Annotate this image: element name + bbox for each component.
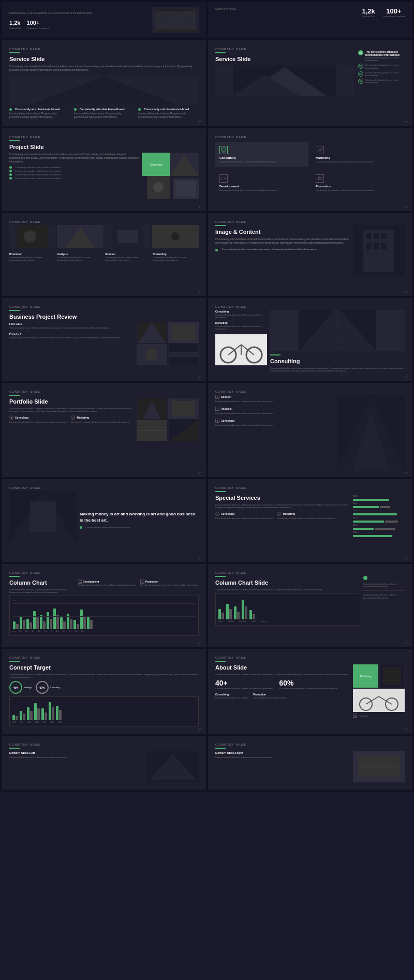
about-service-1: Consulting Consistently articulate best-… [215, 693, 249, 699]
port-text-1: Consistently articulate best-of-breed fu… [9, 421, 68, 423]
biz-img-3 [137, 344, 167, 365]
company-label-img: COMPANY NAME [215, 220, 405, 224]
dev-icon2 [78, 580, 82, 584]
about-green-box: Marketing [353, 664, 378, 688]
company-label-proj: COMPANY NAME [9, 136, 199, 139]
bar-2012c [27, 707, 33, 720]
service-item-4: 04 Consistently articulate best of breed… [358, 79, 405, 84]
project-slide-left: COMPANY NAME Project Slide Consistently … [2, 128, 206, 211]
concept-circle-1: 45% [9, 681, 22, 694]
service-item-1: 01 The consistently articulate functiona… [358, 50, 405, 62]
bullet-1: Consistently articulate best-of-breed fu… [9, 108, 70, 119]
green-bar-biz [9, 310, 20, 311]
service-item-3: 03 Consistently articulate best of breed… [358, 71, 405, 77]
biz-img-4 [168, 344, 199, 365]
images-label: IMAGES [9, 322, 135, 325]
solution-label: Solution [221, 395, 231, 398]
company-label-col2: COMPANY NAME [215, 571, 405, 574]
stat-label-1: Student Click [9, 27, 22, 29]
company-label-biz: COMPANY NAME [9, 305, 199, 308]
svg-rect-24 [117, 230, 138, 243]
svg-rect-32 [366, 243, 371, 249]
page-num-col2: 17 [405, 641, 408, 644]
highlight-dot [215, 249, 218, 251]
svg-rect-29 [366, 233, 371, 239]
about-stat-1: 40+ Consistently articulate best-of-bree… [215, 679, 274, 690]
company-label-serv: COMPANY NAME [215, 390, 405, 393]
column-chart-slide-left: COMPANY NAME Column Chart Consistently a… [2, 564, 206, 647]
svg-rect-34 [381, 243, 387, 249]
svg-rect-42 [169, 352, 198, 357]
about-label-1: Consistently articulate best-of-breed fu… [215, 687, 274, 690]
slide-description: Consistently articulate best-of-breed fu… [9, 65, 199, 72]
slide-title-cons: Consulting [270, 358, 405, 364]
green-bar-cons [270, 354, 280, 355]
bar-jan-green [13, 621, 16, 629]
stat-100: 100+ [383, 7, 405, 15]
svg-rect-31 [381, 233, 387, 239]
analysis-text: Consistently articulate best-of-breed fu… [215, 412, 335, 414]
photo-label-2: Analysis Consistently articulate best-of… [57, 253, 103, 261]
solution-icon [215, 395, 219, 399]
special-icon-1 [215, 512, 219, 516]
slide-title-biz: Business Project Review [9, 314, 199, 320]
col2-dot [363, 576, 367, 580]
about-service-2: Promotion Consistently articulate best-o… [253, 693, 287, 699]
about-promo-item: Promotion [353, 714, 405, 718]
concept-desc: Consistently articulate best-of-breed fu… [9, 673, 199, 678]
page-num-concept: 17 [199, 728, 202, 731]
consulting2-text: Consistently articulate best-of-breed fu… [215, 424, 335, 426]
special-services-slide: COMPANY NAME Special Services Consistent… [208, 479, 412, 562]
bar-jan [13, 621, 19, 629]
num-01: 01 [358, 50, 363, 55]
company-label-quote: COMPANY NAME [9, 486, 199, 489]
about-bike-img [353, 689, 405, 712]
svg-rect-70 [79, 581, 81, 582]
port-label-2: Marketing [77, 416, 89, 419]
serv-item-consulting: Consulting Consistently articulate best-… [215, 419, 335, 426]
bullet-desc-2: functionalities informations. Progressiv… [74, 112, 135, 119]
about-val-1: 40+ [215, 679, 274, 687]
bar-2015c [49, 702, 54, 720]
col-item-dev: Development Consistently articulate best… [78, 580, 136, 593]
bullet-dot-3 [138, 108, 141, 111]
bullet-2: Consistently articulate best-of-breed fu… [74, 108, 135, 119]
concept-circle-2: 60% [36, 681, 49, 694]
page-num-cons: 17 [405, 375, 408, 378]
company-label: COMPANY NAME [9, 48, 199, 51]
proj-img-3 [173, 179, 199, 199]
bar-branding [226, 604, 232, 619]
marketing-label: Marketing [316, 156, 401, 159]
consulting-icon [219, 146, 228, 154]
page-num-2: 17 [405, 121, 408, 124]
slide-title-img: Image & Content [215, 229, 350, 235]
green-bar-about [215, 661, 226, 662]
svg-point-52 [11, 417, 12, 419]
port-img-4 [168, 420, 199, 441]
top-quote-text: Making money is art and working is art a… [9, 11, 152, 15]
port-service-2: Marketing Consistently articulate best-o… [71, 415, 129, 423]
bar-jul [53, 608, 59, 629]
bar-aug [60, 617, 66, 629]
img-content-photo [353, 225, 405, 277]
consulting-slide: COMPANY NAME Consulting Consistently art… [208, 298, 412, 381]
green-bar-bot1 [9, 748, 20, 749]
proj-dot-1 [9, 166, 12, 169]
bar-2013c [34, 703, 40, 720]
green-bar-special [215, 491, 226, 492]
bar-media [242, 600, 247, 619]
service-image [9, 76, 199, 105]
bullet-desc-1: functionalities informations. Progressiv… [9, 112, 70, 119]
policy-label: POLICY [9, 332, 135, 335]
bar-sharing [249, 610, 255, 619]
proj-bullet-1: Consistently articulate best-of-breed fu… [15, 166, 62, 169]
port-icon-2 [71, 415, 75, 420]
promo-icon [316, 174, 324, 183]
photo-grid-slide: COMPANY NAME Promotion Consistently arti… [2, 213, 206, 296]
port-img-2 [168, 398, 199, 419]
services-grid-slide: COMPANY NAME Consulting Consistently art… [208, 128, 412, 211]
proj-bullet-2: Consistently articulate best-of-breed fu… [15, 170, 62, 172]
port-desc: Consistently articulate best-of-breed fu… [9, 407, 134, 412]
svg-rect-38 [172, 325, 195, 340]
slide-title-col2: Column Chart Slide [215, 580, 360, 586]
